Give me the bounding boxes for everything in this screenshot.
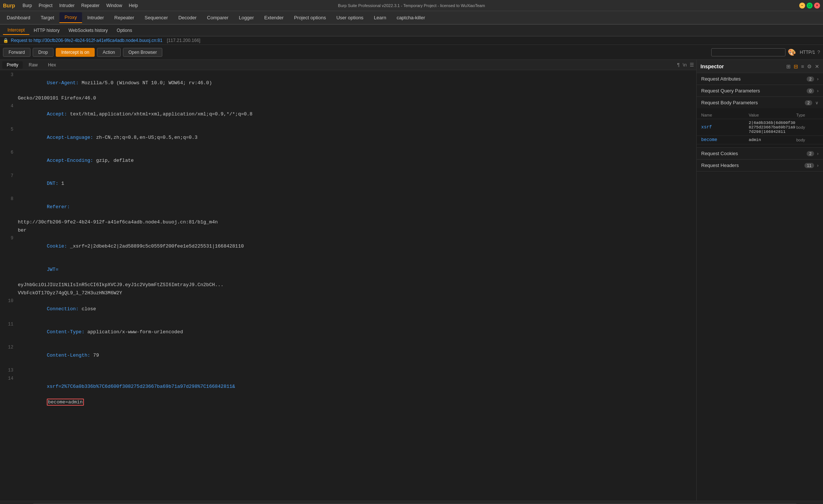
inspector-settings-icon[interactable]: ⚙	[807, 63, 812, 69]
line-number	[3, 219, 13, 227]
menu-repeater[interactable]: Repeater	[78, 2, 103, 9]
inspector-section-query-header[interactable]: Request Query Parameters 0 ›	[697, 85, 823, 96]
code-line-12: 12 Content-Length: 79	[0, 344, 696, 367]
burp-logo: Burp	[3, 3, 15, 9]
nav-extender[interactable]: Extender	[259, 13, 289, 23]
editor-menu-icon[interactable]: ☰	[690, 62, 694, 68]
editor-toolbar-icons: ¶ \n ☰	[677, 62, 694, 68]
color-picker-icon[interactable]: 🎨	[788, 48, 796, 56]
menu-help[interactable]: Help	[126, 2, 141, 9]
inspector-body-params: Name Value Type xsrf 2|6a0b336b|6d600f30…	[697, 108, 823, 147]
nav-intruder[interactable]: Intruder	[82, 13, 109, 23]
chevron-icon: ∨	[815, 100, 819, 105]
line-number	[3, 95, 13, 103]
nav-user-options[interactable]: User options	[331, 13, 369, 23]
param-value-become: admin	[749, 138, 796, 142]
inspector-section-headers-header[interactable]: Request Headers 11 ›	[697, 160, 823, 171]
nav-sequencer[interactable]: Sequencer	[139, 13, 173, 23]
param-row-xsrf[interactable]: xsrf 2|6a0b336b|6d600f308275d23667ba69b7…	[697, 119, 823, 136]
inspector-section-attributes-header[interactable]: Request Attributes 2 ›	[697, 73, 823, 85]
tab-hex[interactable]: Hex	[43, 61, 60, 69]
nav-logger[interactable]: Logger	[234, 13, 259, 23]
line-content: Cookie: _xsrf=2|2dbeb4c2|2ad58899c5c0559…	[18, 235, 693, 258]
nav-learn[interactable]: Learn	[369, 13, 391, 23]
line-number	[3, 289, 13, 298]
sub-nav-http-history[interactable]: HTTP history	[29, 26, 64, 35]
param-row-become[interactable]: become admin body	[697, 136, 823, 144]
titlebar-controls: − □ ×	[799, 3, 820, 9]
inspector-section-cookies-header[interactable]: Request Cookies 2 ›	[697, 148, 823, 159]
inspector-section-body-header[interactable]: Request Body Parameters 2 ∨	[697, 97, 823, 108]
tab-raw[interactable]: Raw	[24, 61, 42, 69]
line-content: Content-Type: application/x-www-form-url…	[18, 321, 693, 344]
menu-project[interactable]: Project	[36, 2, 55, 9]
code-line-8b: http://30cfb206-9fe2-4b24-912f-a41ef6ca4…	[0, 219, 696, 227]
nav-decoder[interactable]: Decoder	[173, 13, 202, 23]
inspector-section-body: Request Body Parameters 2 ∨ Name Value T…	[697, 97, 823, 148]
line-content-14: xsrf=2%7C6a0b336b%7C6d600f308275d23667ba…	[18, 375, 693, 414]
nav-target[interactable]: Target	[36, 13, 59, 23]
line-number: 12	[3, 344, 13, 367]
section-label: Request Body Parameters	[701, 100, 805, 105]
drop-button[interactable]: Drop	[33, 48, 53, 57]
menu-burp[interactable]: Burp	[20, 2, 35, 9]
code-line-3b: Gecko/20100101 Firefox/46.0	[0, 95, 696, 103]
minimize-button[interactable]: −	[799, 3, 805, 9]
section-count: 2	[805, 100, 812, 105]
nav-captcha-killer[interactable]: captcha-killer	[391, 13, 430, 23]
section-count: 2	[807, 151, 814, 156]
main-navigation: Dashboard Target Proxy Intruder Repeater…	[0, 11, 823, 24]
menu-intruder[interactable]: Intruder	[56, 2, 77, 9]
line-number: 9	[3, 235, 13, 258]
sub-nav-options[interactable]: Options	[112, 26, 136, 35]
inspector-grid-icon[interactable]: ⊞	[786, 63, 791, 69]
intercept-button[interactable]: Intercept is on	[56, 48, 95, 57]
section-label: Request Attributes	[701, 76, 807, 82]
forward-button[interactable]: Forward	[3, 48, 30, 57]
inspector-section-cookies: Request Cookies 2 ›	[697, 148, 823, 160]
editor-tabs: Pretty Raw Hex ¶ \n ☰	[0, 60, 696, 70]
maximize-button[interactable]: □	[807, 3, 813, 9]
code-line-4: 4 Accept: text/html,application/xhtml+xm…	[0, 103, 696, 126]
line-number: 6	[3, 149, 13, 172]
line-content-jwt: eyJhbGciOiJIUzI1NiIsInR5cCI6IkpXVCJ9.eyJ…	[18, 281, 693, 289]
request-url: Request to http://30cfb206-9fe2-4b24-912…	[11, 38, 162, 43]
action-button[interactable]: Action	[97, 48, 120, 57]
nav-repeater[interactable]: Repeater	[109, 13, 139, 23]
code-line-7: 7 DNT: 1	[0, 173, 696, 196]
sub-nav-intercept[interactable]: Intercept	[3, 26, 29, 35]
line-number: 8	[3, 196, 13, 219]
request-ip: [117.21.200.166]	[167, 38, 200, 43]
line-content: Connection: close	[18, 298, 693, 321]
sub-nav-websockets-history[interactable]: WebSockets history	[64, 26, 113, 35]
code-editor[interactable]: 3 User-Agent: Mozilla/5.0 (Windows NT 10…	[0, 70, 696, 501]
inspector-align-icon[interactable]: ≡	[801, 63, 804, 69]
toolbar-search-input[interactable]	[711, 48, 785, 56]
section-label: Request Headers	[701, 163, 804, 168]
menu-window[interactable]: Window	[103, 2, 125, 9]
line-content: DNT: 1	[18, 173, 693, 196]
inspector-header: Inspector ⊞ ⊟ ≡ ⚙ ✕	[697, 60, 823, 73]
line-content: http://30cfb206-9fe2-4b24-912f-a41ef6ca4…	[18, 219, 693, 227]
inspector-section-attributes: Request Attributes 2 ›	[697, 73, 823, 85]
editor-newline-icon[interactable]: \n	[683, 62, 687, 68]
url-bar: 🔒 Request to http://30cfb206-9fe2-4b24-9…	[0, 36, 823, 45]
inspector-table-icon[interactable]: ⊟	[794, 63, 798, 69]
close-button[interactable]: ×	[814, 3, 820, 9]
line-content: Accept-Language: zh-CN,zh;q=0.8,en-US;q=…	[18, 126, 693, 149]
chevron-icon: ›	[817, 163, 819, 168]
code-line-11: 11 Content-Type: application/x-www-form-…	[0, 321, 696, 344]
chevron-icon: ›	[817, 76, 819, 82]
help-icon[interactable]: ?	[817, 49, 820, 55]
nav-comparer[interactable]: Comparer	[202, 13, 234, 23]
line-content: Accept: text/html,application/xhtml+xml,…	[18, 103, 693, 126]
editor-wrap-icon[interactable]: ¶	[677, 62, 680, 68]
nav-project-options[interactable]: Project options	[289, 13, 331, 23]
code-line-6: 6 Accept-Encoding: gzip, deflate	[0, 149, 696, 172]
code-line-10: 10 Connection: close	[0, 298, 696, 321]
nav-dashboard[interactable]: Dashboard	[1, 13, 36, 23]
inspector-close-icon[interactable]: ✕	[815, 63, 819, 69]
tab-pretty[interactable]: Pretty	[2, 61, 23, 69]
open-browser-button[interactable]: Open Browser	[123, 48, 163, 57]
nav-proxy[interactable]: Proxy	[59, 12, 82, 23]
